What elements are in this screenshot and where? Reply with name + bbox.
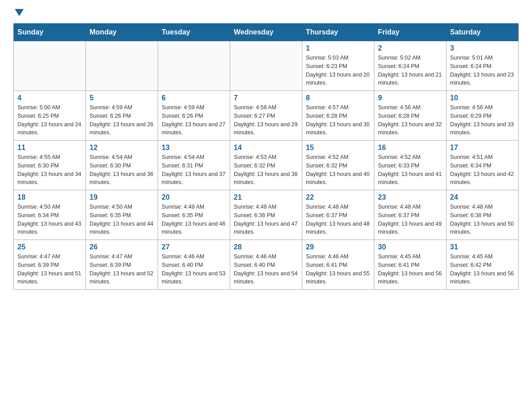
day-info: Sunrise: 4:52 AM Sunset: 6:32 PM Dayligh…	[306, 153, 370, 187]
day-number: 3	[450, 44, 515, 52]
week-row-3: 11Sunrise: 4:55 AM Sunset: 6:30 PM Dayli…	[14, 141, 519, 190]
weekday-header-monday: Monday	[86, 24, 158, 41]
calendar-cell: 6Sunrise: 4:59 AM Sunset: 6:26 PM Daylig…	[158, 91, 230, 141]
weekday-header-sunday: Sunday	[14, 24, 86, 41]
calendar-cell: 28Sunrise: 4:46 AM Sunset: 6:40 PM Dayli…	[230, 240, 302, 290]
day-info: Sunrise: 4:56 AM Sunset: 6:28 PM Dayligh…	[378, 103, 442, 137]
day-info: Sunrise: 4:59 AM Sunset: 6:26 PM Dayligh…	[162, 103, 226, 137]
day-info: Sunrise: 4:54 AM Sunset: 6:31 PM Dayligh…	[162, 153, 226, 187]
day-info: Sunrise: 5:00 AM Sunset: 6:25 PM Dayligh…	[17, 103, 82, 137]
day-info: Sunrise: 4:52 AM Sunset: 6:33 PM Dayligh…	[378, 153, 442, 187]
day-info: Sunrise: 4:51 AM Sunset: 6:34 PM Dayligh…	[450, 153, 515, 187]
day-number: 25	[17, 243, 82, 251]
day-info: Sunrise: 5:01 AM Sunset: 6:24 PM Dayligh…	[450, 54, 515, 87]
page-header	[13, 9, 519, 15]
weekday-header-row: SundayMondayTuesdayWednesdayThursdayFrid…	[14, 24, 519, 41]
day-info: Sunrise: 4:46 AM Sunset: 6:40 PM Dayligh…	[162, 253, 226, 286]
calendar-cell: 23Sunrise: 4:48 AM Sunset: 6:37 PM Dayli…	[374, 190, 446, 240]
day-number: 21	[234, 193, 298, 201]
day-number: 16	[378, 144, 442, 152]
calendar-cell: 15Sunrise: 4:52 AM Sunset: 6:32 PM Dayli…	[302, 141, 374, 190]
day-number: 26	[90, 243, 154, 251]
calendar-cell: 29Sunrise: 4:46 AM Sunset: 6:41 PM Dayli…	[302, 240, 374, 290]
calendar-cell: 9Sunrise: 4:56 AM Sunset: 6:28 PM Daylig…	[374, 91, 446, 141]
day-number: 6	[162, 94, 226, 102]
week-row-4: 18Sunrise: 4:50 AM Sunset: 6:34 PM Dayli…	[14, 190, 519, 240]
day-number: 28	[234, 243, 298, 251]
day-number: 20	[162, 193, 226, 201]
day-info: Sunrise: 4:49 AM Sunset: 6:35 PM Dayligh…	[162, 203, 226, 236]
calendar-cell: 30Sunrise: 4:45 AM Sunset: 6:41 PM Dayli…	[374, 240, 446, 290]
calendar-table: SundayMondayTuesdayWednesdayThursdayFrid…	[13, 23, 519, 290]
calendar-cell: 3Sunrise: 5:01 AM Sunset: 6:24 PM Daylig…	[446, 41, 519, 91]
day-number: 30	[378, 243, 442, 251]
calendar-cell: 19Sunrise: 4:50 AM Sunset: 6:35 PM Dayli…	[86, 190, 158, 240]
day-info: Sunrise: 4:53 AM Sunset: 6:32 PM Dayligh…	[234, 153, 298, 187]
week-row-2: 4Sunrise: 5:00 AM Sunset: 6:25 PM Daylig…	[14, 91, 519, 141]
calendar-cell: 26Sunrise: 4:47 AM Sunset: 6:39 PM Dayli…	[86, 240, 158, 290]
calendar-cell: 4Sunrise: 5:00 AM Sunset: 6:25 PM Daylig…	[14, 91, 86, 141]
day-info: Sunrise: 4:47 AM Sunset: 6:39 PM Dayligh…	[17, 253, 82, 286]
calendar-cell: 16Sunrise: 4:52 AM Sunset: 6:33 PM Dayli…	[374, 141, 446, 190]
calendar-cell: 18Sunrise: 4:50 AM Sunset: 6:34 PM Dayli…	[14, 190, 86, 240]
day-info: Sunrise: 4:57 AM Sunset: 6:28 PM Dayligh…	[306, 103, 370, 137]
day-number: 5	[90, 94, 154, 102]
calendar-cell: 14Sunrise: 4:53 AM Sunset: 6:32 PM Dayli…	[230, 141, 302, 190]
day-info: Sunrise: 4:48 AM Sunset: 6:37 PM Dayligh…	[306, 203, 370, 236]
weekday-header-wednesday: Wednesday	[230, 24, 302, 41]
calendar-cell: 1Sunrise: 5:03 AM Sunset: 6:23 PM Daylig…	[302, 41, 374, 91]
day-number: 10	[450, 94, 515, 102]
calendar-cell: 5Sunrise: 4:59 AM Sunset: 6:26 PM Daylig…	[86, 91, 158, 141]
day-number: 31	[450, 243, 515, 251]
weekday-header-friday: Friday	[374, 24, 446, 41]
calendar-cell	[86, 41, 158, 91]
weekday-header-tuesday: Tuesday	[158, 24, 230, 41]
day-number: 19	[90, 193, 154, 201]
day-info: Sunrise: 4:45 AM Sunset: 6:41 PM Dayligh…	[378, 253, 442, 286]
day-number: 12	[90, 144, 154, 152]
day-number: 23	[378, 193, 442, 201]
day-number: 11	[17, 144, 82, 152]
day-number: 18	[17, 193, 82, 201]
calendar-cell: 8Sunrise: 4:57 AM Sunset: 6:28 PM Daylig…	[302, 91, 374, 141]
day-number: 29	[306, 243, 370, 251]
day-info: Sunrise: 4:45 AM Sunset: 6:42 PM Dayligh…	[450, 253, 515, 286]
calendar-cell	[158, 41, 230, 91]
day-info: Sunrise: 4:48 AM Sunset: 6:38 PM Dayligh…	[450, 203, 515, 236]
day-info: Sunrise: 4:50 AM Sunset: 6:35 PM Dayligh…	[90, 203, 154, 236]
calendar-cell: 2Sunrise: 5:02 AM Sunset: 6:24 PM Daylig…	[374, 41, 446, 91]
calendar-cell: 20Sunrise: 4:49 AM Sunset: 6:35 PM Dayli…	[158, 190, 230, 240]
weekday-header-saturday: Saturday	[446, 24, 519, 41]
logo-text	[13, 9, 24, 15]
calendar-cell	[230, 41, 302, 91]
day-number: 13	[162, 144, 226, 152]
day-number: 24	[450, 193, 515, 201]
day-number: 8	[306, 94, 370, 102]
day-number: 27	[162, 243, 226, 251]
day-number: 2	[378, 44, 442, 52]
calendar-cell: 17Sunrise: 4:51 AM Sunset: 6:34 PM Dayli…	[446, 141, 519, 190]
day-info: Sunrise: 5:02 AM Sunset: 6:24 PM Dayligh…	[378, 54, 442, 87]
day-info: Sunrise: 4:49 AM Sunset: 6:36 PM Dayligh…	[234, 203, 298, 236]
calendar-cell	[14, 41, 86, 91]
day-number: 7	[234, 94, 298, 102]
calendar-cell: 11Sunrise: 4:55 AM Sunset: 6:30 PM Dayli…	[14, 141, 86, 190]
day-info: Sunrise: 4:55 AM Sunset: 6:30 PM Dayligh…	[17, 153, 82, 187]
calendar-cell: 13Sunrise: 4:54 AM Sunset: 6:31 PM Dayli…	[158, 141, 230, 190]
logo	[13, 9, 24, 15]
calendar-cell: 25Sunrise: 4:47 AM Sunset: 6:39 PM Dayli…	[14, 240, 86, 290]
calendar-cell: 21Sunrise: 4:49 AM Sunset: 6:36 PM Dayli…	[230, 190, 302, 240]
calendar-cell: 7Sunrise: 4:58 AM Sunset: 6:27 PM Daylig…	[230, 91, 302, 141]
calendar-cell: 31Sunrise: 4:45 AM Sunset: 6:42 PM Dayli…	[446, 240, 519, 290]
week-row-1: 1Sunrise: 5:03 AM Sunset: 6:23 PM Daylig…	[14, 41, 519, 91]
day-info: Sunrise: 5:03 AM Sunset: 6:23 PM Dayligh…	[306, 54, 370, 87]
calendar-cell: 27Sunrise: 4:46 AM Sunset: 6:40 PM Dayli…	[158, 240, 230, 290]
day-info: Sunrise: 4:58 AM Sunset: 6:27 PM Dayligh…	[234, 103, 298, 137]
calendar-cell: 12Sunrise: 4:54 AM Sunset: 6:30 PM Dayli…	[86, 141, 158, 190]
day-number: 4	[17, 94, 82, 102]
day-info: Sunrise: 4:54 AM Sunset: 6:30 PM Dayligh…	[90, 153, 154, 187]
day-info: Sunrise: 4:48 AM Sunset: 6:37 PM Dayligh…	[378, 203, 442, 236]
calendar-cell: 24Sunrise: 4:48 AM Sunset: 6:38 PM Dayli…	[446, 190, 519, 240]
day-number: 14	[234, 144, 298, 152]
calendar-cell: 22Sunrise: 4:48 AM Sunset: 6:37 PM Dayli…	[302, 190, 374, 240]
